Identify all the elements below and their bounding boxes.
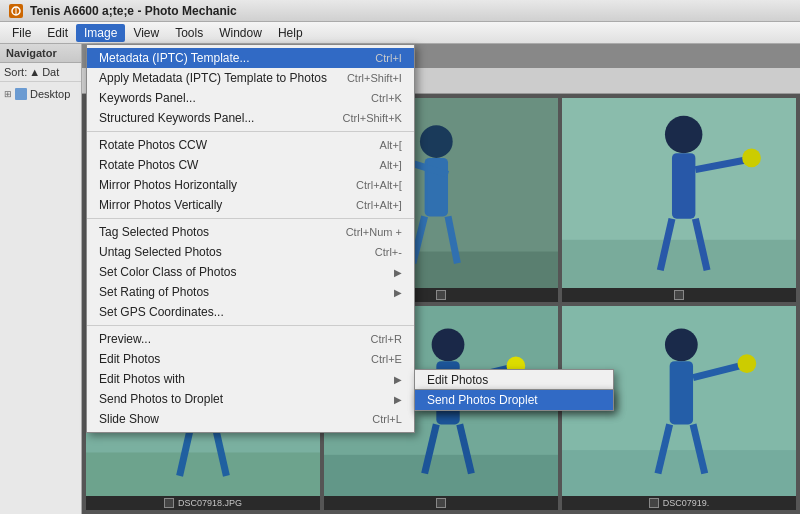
metadata-template-shortcut: Ctrl+I: [375, 52, 402, 64]
set-color-class-arrow: ▶: [394, 267, 402, 278]
untag-selected-shortcut: Ctrl+-: [375, 246, 402, 258]
send-photos-droplet-sub1-label: Send Photos Droplet: [427, 393, 538, 407]
menu-tag-selected[interactable]: Tag Selected Photos Ctrl+Num +: [87, 222, 414, 242]
folder-icon: [15, 88, 27, 100]
slide-show-label: Slide Show: [99, 412, 352, 426]
menu-edit-photos-with[interactable]: Edit Photos with ▶ Edit Photos Edit Phot…: [87, 369, 414, 389]
preview-label: Preview...: [99, 332, 350, 346]
send-photos-droplet-label: Send Photos to Droplet: [99, 392, 394, 406]
window-title: Tenis A6600 a;te;e - Photo Mechanic: [30, 4, 237, 18]
svg-rect-22: [672, 153, 695, 219]
mirror-horiz-shortcut: Ctrl+Alt+[: [356, 179, 402, 191]
menu-window[interactable]: Window: [211, 24, 270, 42]
menu-metadata-template[interactable]: Metadata (IPTC) Template... Ctrl+I: [87, 48, 414, 68]
menu-file[interactable]: File: [4, 24, 39, 42]
sidebar-title: Navigator: [0, 44, 81, 63]
menu-structured-keywords[interactable]: Structured Keywords Panel... Ctrl+Shift+…: [87, 108, 414, 128]
metadata-template-label: Metadata (IPTC) Template...: [99, 51, 355, 65]
sidebar: Navigator Sort: ▲ Dat ⊞ Desktop: [0, 44, 82, 514]
menu-edit-photos[interactable]: Edit Photos Ctrl+E: [87, 349, 414, 369]
tree-item-desktop[interactable]: ⊞ Desktop: [4, 86, 77, 102]
set-gps-label: Set GPS Coordinates...: [99, 305, 402, 319]
edit-photos-shortcut: Ctrl+E: [371, 353, 402, 365]
edit-photos-with-sub1[interactable]: Edit Photos: [415, 370, 613, 390]
menu-section-1: Metadata (IPTC) Template... Ctrl+I Apply…: [87, 45, 414, 132]
edit-photos-with-sub1-label: Edit Photos: [427, 373, 488, 387]
photo-label-6: DSC07919.: [562, 496, 796, 510]
tree-label: Desktop: [30, 88, 70, 100]
photo-image-3: [562, 98, 796, 288]
mirror-vert-shortcut: Ctrl+Alt+]: [356, 199, 402, 211]
menu-untag-selected[interactable]: Untag Selected Photos Ctrl+-: [87, 242, 414, 262]
menu-section-4: Preview... Ctrl+R Edit Photos Ctrl+E Edi…: [87, 326, 414, 432]
svg-rect-20: [562, 240, 796, 288]
photo-checkbox-4[interactable]: [164, 498, 174, 508]
menu-set-gps[interactable]: Set GPS Coordinates...: [87, 302, 414, 322]
edit-photos-with-label: Edit Photos with: [99, 372, 394, 386]
menu-set-rating[interactable]: Set Rating of Photos ▶: [87, 282, 414, 302]
send-photos-droplet-arrow: ▶: [394, 394, 402, 405]
photo-checkbox-2[interactable]: [436, 290, 446, 300]
svg-point-24: [742, 149, 761, 168]
mirror-vert-label: Mirror Photos Vertically: [99, 198, 336, 212]
svg-point-47: [738, 354, 757, 373]
menu-tools[interactable]: Tools: [167, 24, 211, 42]
rotate-cw-label: Rotate Photos CW: [99, 158, 360, 172]
apply-metadata-label: Apply Metadata (IPTC) Template to Photos: [99, 71, 327, 85]
menu-view[interactable]: View: [125, 24, 167, 42]
menu-edit[interactable]: Edit: [39, 24, 76, 42]
preview-shortcut: Ctrl+R: [370, 333, 401, 345]
slide-show-shortcut: Ctrl+L: [372, 413, 402, 425]
menu-preview[interactable]: Preview... Ctrl+R: [87, 329, 414, 349]
tag-selected-shortcut: Ctrl+Num +: [346, 226, 402, 238]
sidebar-tree: ⊞ Desktop: [0, 82, 81, 106]
photo-checkbox-6[interactable]: [649, 498, 659, 508]
photo-label-3: [562, 288, 796, 302]
set-color-class-label: Set Color Class of Photos: [99, 265, 394, 279]
structured-keywords-shortcut: Ctrl+Shift+K: [343, 112, 402, 124]
sort-label: Sort:: [4, 66, 27, 78]
menu-section-3: Tag Selected Photos Ctrl+Num + Untag Sel…: [87, 219, 414, 326]
tree-expand-icon: ⊞: [4, 89, 12, 99]
photo-checkbox-5[interactable]: [436, 498, 446, 508]
edit-photos-with-arrow: ▶: [394, 374, 402, 385]
tag-selected-label: Tag Selected Photos: [99, 225, 326, 239]
set-rating-arrow: ▶: [394, 287, 402, 298]
menu-image[interactable]: Image: [76, 24, 125, 42]
set-rating-label: Set Rating of Photos: [99, 285, 394, 299]
menu-set-color-class[interactable]: Set Color Class of Photos ▶: [87, 262, 414, 282]
menu-apply-metadata[interactable]: Apply Metadata (IPTC) Template to Photos…: [87, 68, 414, 88]
apply-metadata-shortcut: Ctrl+Shift+I: [347, 72, 402, 84]
photo-checkbox-3[interactable]: [674, 290, 684, 300]
send-photos-droplet-sub1[interactable]: Send Photos Droplet: [415, 390, 613, 410]
menu-rotate-cw[interactable]: Rotate Photos CW Alt+]: [87, 155, 414, 175]
menu-keywords-panel[interactable]: Keywords Panel... Ctrl+K: [87, 88, 414, 108]
rotate-ccw-label: Rotate Photos CCW: [99, 138, 360, 152]
photo-cell-3[interactable]: [562, 98, 796, 302]
menu-mirror-vert[interactable]: Mirror Photos Vertically Ctrl+Alt+]: [87, 195, 414, 215]
svg-point-44: [665, 328, 698, 361]
sort-icon: ▲: [29, 66, 40, 78]
menu-rotate-ccw[interactable]: Rotate Photos CCW Alt+[: [87, 135, 414, 155]
svg-rect-35: [324, 455, 558, 496]
photo-label-4: DSC07918.JPG: [86, 496, 320, 510]
svg-rect-45: [670, 361, 693, 424]
edit-photos-label: Edit Photos: [99, 352, 351, 366]
photo-label-5: [324, 496, 558, 510]
svg-rect-43: [562, 450, 796, 496]
title-bar: Tenis A6600 a;te;e - Photo Mechanic: [0, 0, 800, 22]
svg-point-36: [432, 328, 465, 361]
mirror-horiz-label: Mirror Photos Horizontally: [99, 178, 336, 192]
keywords-panel-shortcut: Ctrl+K: [371, 92, 402, 104]
menu-bar: File Edit Image View Tools Window Help: [0, 22, 800, 44]
svg-point-14: [420, 125, 453, 158]
svg-point-21: [665, 116, 702, 153]
untag-selected-label: Untag Selected Photos: [99, 245, 355, 259]
menu-slide-show[interactable]: Slide Show Ctrl+L: [87, 409, 414, 429]
keywords-panel-label: Keywords Panel...: [99, 91, 351, 105]
menu-mirror-horiz[interactable]: Mirror Photos Horizontally Ctrl+Alt+[: [87, 175, 414, 195]
menu-send-photos-droplet[interactable]: Send Photos to Droplet ▶ Send Photos Dro…: [87, 389, 414, 409]
sort-value: Dat: [42, 66, 59, 78]
rotate-ccw-shortcut: Alt+[: [380, 139, 402, 151]
menu-help[interactable]: Help: [270, 24, 311, 42]
